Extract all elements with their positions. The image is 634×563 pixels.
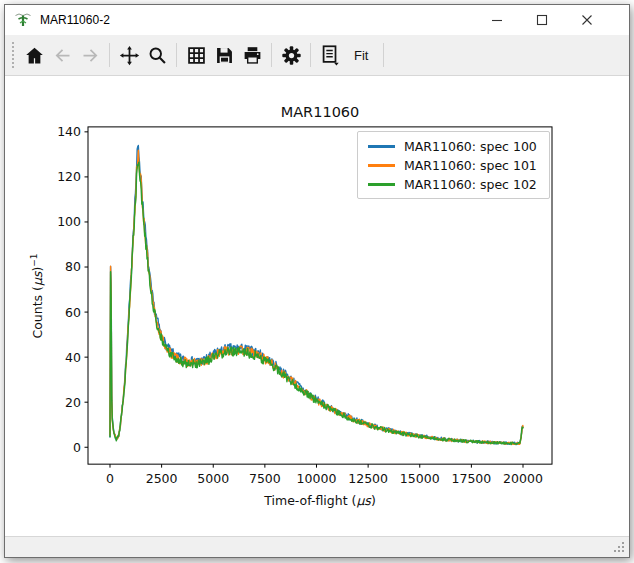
legend-label: MAR11060: spec 101 bbox=[404, 158, 537, 173]
toolbar-separator bbox=[176, 43, 177, 67]
legend-entry: MAR11060: spec 100 bbox=[358, 137, 549, 156]
grid-icon bbox=[186, 45, 207, 66]
resize-grip-icon[interactable] bbox=[614, 542, 626, 554]
generate-script-button[interactable] bbox=[316, 41, 344, 69]
maximize-icon bbox=[536, 14, 548, 26]
legend-entry: MAR11060: spec 102 bbox=[358, 175, 549, 194]
customize-button[interactable] bbox=[277, 41, 305, 69]
window-title: MAR11060-2 bbox=[40, 13, 110, 27]
legend-label: MAR11060: spec 100 bbox=[404, 139, 537, 154]
customize-icon bbox=[281, 45, 302, 66]
grip-dot bbox=[614, 550, 616, 552]
zoom-icon bbox=[147, 45, 168, 66]
legend-line-swatch bbox=[368, 164, 395, 167]
forward-icon bbox=[80, 45, 101, 66]
toolbar-separator bbox=[109, 43, 110, 67]
back-button[interactable] bbox=[48, 41, 76, 69]
generate-script-icon bbox=[319, 44, 341, 66]
title-bar[interactable]: MAR11060-2 bbox=[5, 5, 629, 35]
back-icon bbox=[52, 45, 73, 66]
grip-dot bbox=[622, 546, 624, 548]
legend-line-swatch bbox=[368, 183, 395, 186]
status-bar bbox=[5, 536, 629, 557]
app-window: MAR11060-2 bbox=[4, 4, 630, 558]
toolbar-separator bbox=[271, 43, 272, 67]
home-icon bbox=[24, 45, 45, 66]
legend: MAR11060: spec 100MAR11060: spec 101MAR1… bbox=[357, 131, 550, 199]
home-button[interactable] bbox=[20, 41, 48, 69]
plot-toolbar: Fit bbox=[5, 35, 629, 76]
pan-icon bbox=[119, 45, 140, 66]
legend-label: MAR11060: spec 102 bbox=[404, 177, 537, 192]
save-icon bbox=[214, 45, 235, 66]
fit-button[interactable]: Fit bbox=[344, 41, 378, 69]
minimize-icon bbox=[491, 14, 503, 26]
legend-entry: MAR11060: spec 101 bbox=[358, 156, 549, 175]
minimize-button[interactable] bbox=[474, 5, 519, 35]
toolbar-separator bbox=[310, 43, 311, 67]
close-icon bbox=[581, 14, 593, 26]
save-button[interactable] bbox=[210, 41, 238, 69]
legend-line-swatch bbox=[368, 145, 395, 148]
series-line-2 bbox=[110, 162, 523, 444]
mantid-logo-icon bbox=[14, 11, 32, 29]
figure-canvas[interactable]: MAR11060 Time-of-flight (μs) Counts (μs)… bbox=[5, 76, 629, 536]
forward-button[interactable] bbox=[76, 41, 104, 69]
grip-dot bbox=[618, 546, 620, 548]
grid-button[interactable] bbox=[182, 41, 210, 69]
close-button[interactable] bbox=[564, 5, 609, 35]
toolbar-separator bbox=[383, 43, 384, 67]
pan-button[interactable] bbox=[115, 41, 143, 69]
print-button[interactable] bbox=[238, 41, 266, 69]
maximize-button[interactable] bbox=[519, 5, 564, 35]
grip-dot bbox=[618, 550, 620, 552]
toolbar-drag-handle[interactable] bbox=[11, 42, 15, 68]
print-icon bbox=[242, 45, 263, 66]
grip-dot bbox=[622, 550, 624, 552]
zoom-button[interactable] bbox=[143, 41, 171, 69]
grip-dot bbox=[622, 542, 624, 544]
